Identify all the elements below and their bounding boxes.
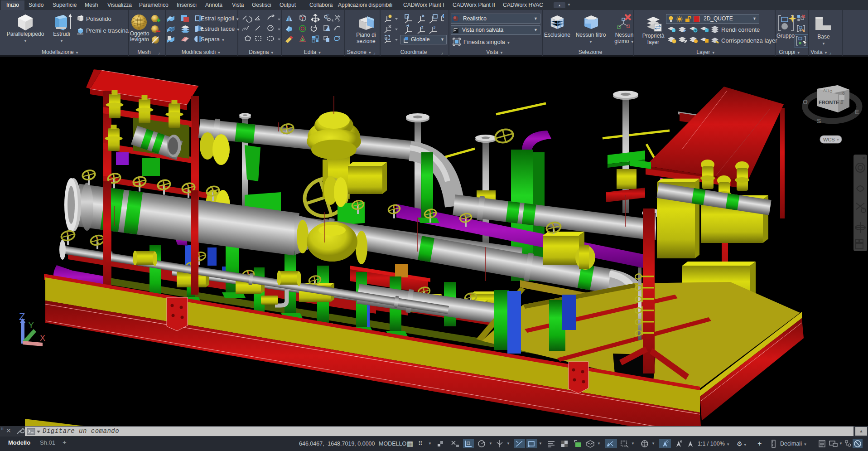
svg-text:✕: ✕ bbox=[862, 156, 866, 160]
svg-text:O: O bbox=[803, 98, 808, 106]
svg-text:3: 3 bbox=[433, 25, 435, 29]
svg-text:Y: Y bbox=[28, 320, 34, 330]
svg-text:▼: ▼ bbox=[836, 138, 839, 141]
svg-text:WCS: WCS bbox=[823, 137, 835, 142]
svg-text:FRONTE: FRONTE bbox=[819, 100, 839, 105]
svg-text:E: E bbox=[855, 108, 859, 116]
svg-text:z: z bbox=[421, 25, 424, 29]
svg-text:X: X bbox=[40, 334, 45, 343]
svg-text:S: S bbox=[817, 117, 821, 125]
